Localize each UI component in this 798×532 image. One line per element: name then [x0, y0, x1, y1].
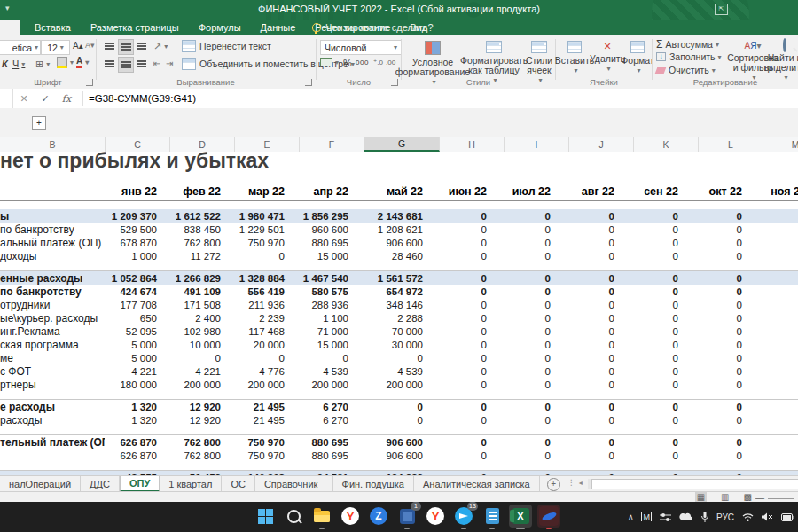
cell[interactable]: 0 — [498, 300, 562, 310]
cell[interactable]: 0 — [434, 450, 498, 461]
cell[interactable]: 0 — [434, 402, 498, 412]
cell[interactable]: 0 — [754, 415, 798, 426]
cell[interactable]: 0 — [434, 273, 498, 284]
cell[interactable]: 0 — [754, 286, 798, 297]
cell[interactable]: 71 000 — [296, 326, 360, 337]
cell[interactable]: 906 600 — [360, 238, 434, 248]
cell[interactable]: 12 920 — [168, 415, 232, 426]
cell[interactable]: 102 980 — [168, 326, 232, 337]
find-select-button[interactable]: Найти и выделить▾ — [771, 41, 798, 82]
cell[interactable]: 0 — [562, 251, 626, 262]
cell[interactable]: 0 — [754, 251, 798, 262]
cell[interactable]: 0 — [690, 366, 754, 377]
cell[interactable]: 0 — [626, 415, 690, 426]
cell[interactable]: 0 — [754, 300, 798, 310]
cell[interactable]: 1 856 295 — [296, 211, 360, 222]
cell[interactable]: 0 — [360, 402, 434, 412]
cell[interactable]: 424 674 — [105, 286, 168, 297]
cell[interactable]: 0 — [434, 238, 498, 248]
cell[interactable]: 4 539 — [296, 366, 360, 377]
insert-function-icon[interactable]: fx — [56, 93, 77, 105]
row-label[interactable]: ртнеры — [0, 379, 105, 391]
fill-button[interactable]: ↓ Заполнить▾ — [656, 51, 722, 62]
sheet-tab-ОПУ[interactable]: ОПУ — [120, 476, 160, 492]
increase-indent-button[interactable]: ⇥ — [166, 59, 173, 68]
cell[interactable]: 0 — [690, 211, 754, 222]
cell[interactable]: 580 575 — [296, 286, 360, 297]
row-label[interactable]: альный платеж (ОП) — [0, 237, 105, 249]
cell[interactable]: 0 — [562, 379, 626, 390]
cancel-icon[interactable]: ✕ — [13, 93, 35, 105]
accounting-format-button[interactable]: ▾ — [320, 58, 339, 66]
cell[interactable]: 0 — [690, 415, 754, 426]
column-header-C[interactable]: C — [106, 137, 170, 152]
telegram-button[interactable]: 13 — [452, 505, 475, 528]
scroll-left-icon[interactable]: ◂ — [579, 479, 583, 492]
cell[interactable]: 4 776 — [232, 366, 296, 377]
cell[interactable]: 4 539 — [360, 366, 434, 377]
mail-app-button[interactable]: 1 — [395, 505, 419, 528]
cell[interactable]: 0 — [562, 300, 626, 310]
sheet-tab-Аналитическая записка[interactable]: Аналитическая записка — [414, 476, 540, 492]
row-label[interactable]: доходы — [0, 250, 105, 262]
cell[interactable]: 0 — [498, 326, 562, 337]
cell[interactable]: 200 000 — [360, 379, 434, 390]
cell[interactable]: 0 — [498, 437, 562, 448]
cell[interactable]: 0 — [434, 286, 498, 297]
active-tab-stub[interactable] — [0, 20, 20, 35]
insert-cells-button[interactable]: Вставить▾ — [558, 41, 591, 75]
cell[interactable]: 0 — [754, 313, 798, 324]
cell[interactable]: 626 870 — [105, 437, 168, 448]
red-app-button[interactable] — [537, 505, 560, 528]
ribbon-tab-2[interactable]: Разметка страницы — [81, 22, 189, 33]
cell[interactable]: 1 209 370 — [105, 211, 168, 222]
font-dialog-launcher[interactable] — [86, 79, 93, 86]
battery-icon[interactable] — [781, 513, 794, 521]
cell[interactable]: 0 — [754, 366, 798, 377]
ribbon-tab-4[interactable]: Данные — [251, 22, 306, 33]
cell[interactable]: 0 — [498, 402, 562, 412]
cell[interactable]: 0 — [562, 437, 626, 448]
sheet-tab-налОпераций[interactable]: налОпераций — [0, 476, 81, 492]
cell[interactable]: 0 — [434, 437, 498, 448]
cell[interactable]: 0 — [754, 450, 798, 461]
cell[interactable]: 0 — [626, 211, 690, 222]
cell[interactable]: 0 — [626, 251, 690, 262]
cell[interactable]: 0 — [296, 353, 360, 364]
align-right-button[interactable] — [134, 57, 148, 71]
cell[interactable]: 0 — [498, 415, 562, 426]
clear-button[interactable]: Очистить▾ — [656, 65, 716, 75]
cell[interactable]: 0 — [562, 286, 626, 297]
cell[interactable]: 750 970 — [232, 450, 296, 461]
cell[interactable]: 0 — [690, 224, 754, 235]
cell[interactable]: 0 — [434, 353, 498, 364]
font-color-button[interactable]: А▾ — [76, 57, 89, 68]
cell[interactable]: 0 — [690, 238, 754, 248]
start-button[interactable] — [254, 505, 277, 528]
cell[interactable]: 0 — [232, 251, 296, 262]
wrap-text-button[interactable]: Перенести текст — [182, 40, 271, 52]
cell[interactable]: 0 — [626, 224, 690, 235]
cell[interactable]: 0 — [498, 340, 562, 350]
cell[interactable]: 288 936 — [296, 300, 360, 310]
cell[interactable]: 117 468 — [232, 326, 296, 337]
cell[interactable]: 0 — [168, 353, 232, 364]
sheet-tab-Справочник_[interactable]: Справочник_ — [255, 476, 333, 492]
align-center-button[interactable] — [118, 57, 134, 73]
cell[interactable]: 0 — [754, 353, 798, 364]
column-header-F[interactable]: F — [300, 137, 364, 152]
cell[interactable]: 0 — [562, 326, 626, 337]
sheet-tab-1 квартал[interactable]: 1 квартал — [160, 476, 222, 492]
cell[interactable]: 0 — [360, 353, 434, 364]
align-bottom-button[interactable] — [134, 39, 148, 53]
cell[interactable]: 556 419 — [232, 286, 296, 297]
cell[interactable]: 1 612 522 — [168, 211, 232, 222]
cell[interactable]: 0 — [562, 340, 626, 350]
language-indicator[interactable]: РУС — [716, 512, 734, 522]
cell[interactable]: 171 508 — [168, 300, 232, 310]
cell[interactable]: 4 221 — [168, 366, 232, 377]
cell[interactable]: 0 — [626, 353, 690, 364]
wifi-icon[interactable] — [742, 512, 754, 521]
grow-font-button[interactable]: А▴ — [73, 41, 83, 51]
cell[interactable]: 0 — [690, 313, 754, 324]
